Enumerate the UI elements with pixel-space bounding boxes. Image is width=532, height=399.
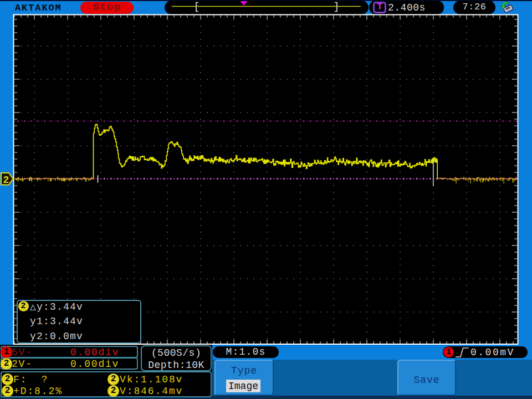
svg-text:2: 2 bbox=[3, 175, 9, 186]
